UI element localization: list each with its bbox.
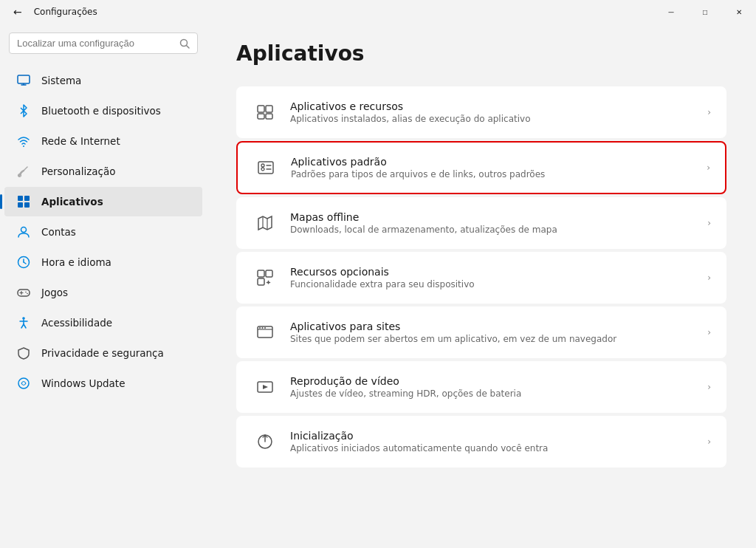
- nav-item-rede[interactable]: Rede & Internet: [4, 126, 202, 156]
- titlebar-controls: ─ □ ✕: [654, 0, 756, 24]
- nav-label-acessibilidade: Acessibilidade: [41, 317, 112, 329]
- close-button[interactable]: ✕: [722, 0, 756, 24]
- svg-point-45: [262, 327, 264, 329]
- apps-resources-text: Aplicativos e recursos Aplicativos insta…: [290, 100, 698, 124]
- startup-icon: [252, 428, 278, 455]
- search-icon: [179, 38, 190, 49]
- offline-maps-text: Mapas offline Downloads, local de armaze…: [290, 211, 698, 235]
- video-playback-desc: Ajustes de vídeo, streaming HDR, opções …: [290, 388, 698, 399]
- nav-label-personalizacao: Personalização: [41, 165, 115, 177]
- svg-marker-48: [263, 385, 268, 389]
- nav-item-privacidade[interactable]: Privacidade e segurança: [4, 338, 202, 368]
- nav-item-jogos[interactable]: Jogos: [4, 278, 202, 307]
- nav-item-hora[interactable]: Hora e idioma: [4, 247, 202, 277]
- startup-title: Inicialização: [290, 430, 698, 442]
- svg-point-18: [25, 292, 27, 293]
- apps-resources-title: Aplicativos e recursos: [290, 100, 698, 112]
- svg-point-5: [23, 145, 24, 147]
- wifi-icon: [16, 134, 31, 148]
- chevron-right-icon: ›: [707, 327, 711, 338]
- svg-rect-30: [258, 162, 273, 174]
- brush-icon: [16, 164, 31, 179]
- search-input[interactable]: [17, 38, 173, 49]
- nav-item-acessibilidade[interactable]: Acessibilidade: [4, 308, 202, 338]
- page-title: Aplicativos: [236, 41, 726, 66]
- apps-for-sites-title: Aplicativos para sites: [290, 321, 698, 332]
- settings-item-apps-resources[interactable]: Aplicativos e recursos Aplicativos insta…: [236, 86, 726, 138]
- monitor-icon: [16, 73, 31, 88]
- sidebar: Sistema Bluetooth e dispositivos Rede & …: [0, 24, 207, 548]
- settings-item-apps-for-sites[interactable]: Aplicativos para sites Sites que podem s…: [236, 306, 726, 358]
- update-icon: [16, 376, 31, 391]
- nav-item-contas[interactable]: Contas: [4, 217, 202, 247]
- main-content: Aplicativos Aplicativos e recursos Aplic…: [207, 24, 756, 548]
- settings-item-startup[interactable]: Inicialização Aplicativos iniciados auto…: [236, 416, 726, 467]
- nav-item-windows-update[interactable]: Windows Update: [4, 369, 202, 398]
- apps-icon: [16, 194, 31, 209]
- search-box[interactable]: [9, 32, 198, 54]
- titlebar-title: Configurações: [34, 7, 97, 17]
- chevron-right-icon: ›: [707, 218, 711, 228]
- svg-rect-10: [24, 202, 30, 208]
- clock-icon: [16, 255, 31, 270]
- nav-item-bluetooth[interactable]: Bluetooth e dispositivos: [4, 96, 202, 126]
- app-container: Sistema Bluetooth e dispositivos Rede & …: [0, 24, 756, 548]
- apps-resources-desc: Aplicativos instalados, alias de execuçã…: [290, 114, 698, 124]
- svg-rect-26: [258, 106, 264, 112]
- apps-for-sites-desc: Sites que podem ser abertos em um aplica…: [290, 334, 698, 344]
- svg-rect-27: [266, 106, 272, 112]
- maximize-button[interactable]: □: [688, 0, 722, 24]
- svg-point-31: [261, 164, 264, 167]
- startup-text: Inicialização Aplicativos iniciados auto…: [290, 430, 698, 453]
- svg-point-19: [27, 293, 28, 295]
- svg-rect-28: [258, 114, 264, 119]
- video-playback-title: Reprodução de vídeo: [290, 375, 698, 387]
- chevron-right-icon: ›: [707, 162, 710, 173]
- nav-label-bluetooth: Bluetooth e dispositivos: [41, 105, 161, 117]
- accessibility-icon: [16, 315, 31, 330]
- minimize-button[interactable]: ─: [654, 0, 688, 24]
- gamepad-icon: [16, 285, 31, 300]
- optional-features-text: Recursos opcionais Funcionalidade extra …: [290, 266, 698, 290]
- svg-point-44: [259, 327, 261, 329]
- nav-label-windows-update: Windows Update: [41, 377, 125, 389]
- svg-point-11: [21, 227, 27, 233]
- svg-rect-29: [266, 114, 272, 119]
- optional-features-desc: Funcionalidade extra para seu dispositiv…: [290, 279, 698, 290]
- svg-rect-2: [18, 75, 30, 83]
- svg-rect-9: [18, 202, 23, 208]
- apps-for-sites-text: Aplicativos para sites Sites que podem s…: [290, 321, 698, 344]
- svg-rect-8: [24, 196, 30, 201]
- settings-list: Aplicativos e recursos Aplicativos insta…: [236, 86, 726, 467]
- nav-item-sistema[interactable]: Sistema: [4, 66, 202, 95]
- settings-item-default-apps[interactable]: Aplicativos padrão Padrões para tipos de…: [236, 141, 726, 194]
- user-icon: [16, 225, 31, 239]
- nav-label-rede: Rede & Internet: [41, 135, 120, 147]
- settings-item-offline-maps[interactable]: Mapas offline Downloads, local de armaze…: [236, 197, 726, 249]
- chevron-right-icon: ›: [707, 107, 711, 117]
- nav-item-personalizacao[interactable]: Personalização: [4, 157, 202, 186]
- back-button[interactable]: ←: [9, 3, 27, 21]
- svg-rect-7: [18, 196, 23, 201]
- offline-maps-title: Mapas offline: [290, 211, 698, 223]
- optional-features-title: Recursos opcionais: [290, 266, 698, 278]
- settings-item-video-playback[interactable]: Reprodução de vídeo Ajustes de vídeo, st…: [236, 361, 726, 413]
- nav-label-hora: Hora e idioma: [41, 256, 111, 268]
- svg-rect-39: [258, 278, 264, 285]
- svg-line-24: [24, 324, 26, 328]
- settings-item-optional-features[interactable]: Recursos opcionais Funcionalidade extra …: [236, 252, 726, 304]
- titlebar-left: ← Configurações: [9, 3, 97, 21]
- svg-point-46: [264, 327, 266, 329]
- nav-label-privacidade: Privacidade e segurança: [41, 347, 164, 359]
- video-playback-text: Reprodução de vídeo Ajustes de vídeo, st…: [290, 375, 698, 399]
- startup-desc: Aplicativos iniciados automaticamente qu…: [290, 443, 698, 453]
- nav-item-aplicativos[interactable]: Aplicativos: [4, 187, 202, 216]
- svg-line-14: [24, 262, 26, 264]
- default-apps-title: Aplicativos padrão: [291, 156, 698, 168]
- svg-rect-38: [266, 270, 272, 277]
- offline-maps-icon: [252, 210, 278, 236]
- svg-point-25: [18, 378, 29, 388]
- nav-label-aplicativos: Aplicativos: [41, 196, 103, 208]
- chevron-right-icon: ›: [707, 273, 711, 283]
- bluetooth-icon: [16, 103, 31, 118]
